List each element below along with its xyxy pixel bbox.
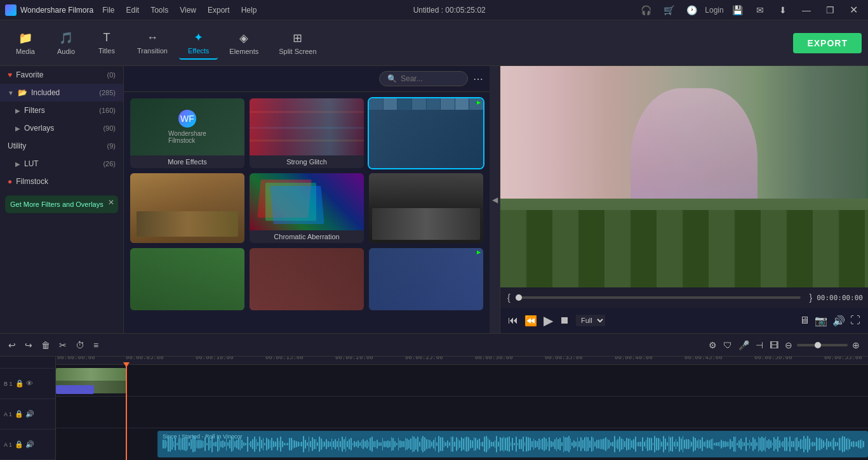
split-icon[interactable]: ⊣: [754, 338, 765, 352]
effect-thumb-row3a: [130, 248, 244, 305]
waveform-bar: [862, 440, 863, 449]
favorite-label: Favorite: [16, 70, 43, 79]
effect-70s[interactable]: 70s: [130, 173, 244, 243]
waveform-bar: [684, 440, 685, 449]
lock-icon-a2[interactable]: 🔒: [15, 440, 23, 449]
headphone-icon[interactable]: 🎧: [637, 3, 655, 18]
delete-icon[interactable]: 🗑: [39, 338, 52, 352]
waveform-bar: [363, 439, 364, 449]
volume-icon-a1[interactable]: 🔊: [25, 410, 34, 418]
audio-clip[interactable]: Since I Started - Roll In Vinocor: [157, 431, 868, 457]
video-effect-clip[interactable]: [56, 385, 94, 394]
preview-panel: { } 00:00:00:00 ⏮ ⏪ ▶ ⏹ Full 🖥 📷 🔊 ⛶: [500, 66, 868, 333]
zoom-in-icon[interactable]: ⊕: [850, 338, 862, 352]
save-icon[interactable]: 💾: [728, 3, 746, 18]
ad-close-button[interactable]: ✕: [108, 198, 114, 207]
sidebar-favorite[interactable]: ♥ Favorite (0): [0, 66, 123, 84]
settings-icon[interactable]: ≡: [91, 338, 100, 352]
monitor-icon[interactable]: 🖥: [799, 315, 810, 327]
effect-willow[interactable]: Willow: [369, 173, 483, 243]
redo-icon[interactable]: ↪: [23, 338, 34, 352]
minimize-button[interactable]: —: [797, 4, 816, 16]
effect-mosaic[interactable]: ▶ Mosaic: [369, 98, 483, 168]
sidebar-filmstock[interactable]: ● Filmstock: [0, 173, 123, 190]
menu-tools[interactable]: Tools: [145, 4, 173, 16]
cart-icon[interactable]: 🛒: [660, 3, 678, 18]
sidebar-overlays[interactable]: ▶ Overlays (90): [0, 119, 123, 137]
waveform-bar: [516, 437, 517, 451]
menu-edit[interactable]: Edit: [121, 4, 145, 16]
waveform-bar: [735, 437, 737, 452]
effect-row3b[interactable]: [250, 248, 364, 310]
frame-back-icon[interactable]: ⏪: [524, 315, 537, 327]
waveform-bar: [498, 442, 499, 447]
volume-icon[interactable]: 🔊: [832, 315, 845, 327]
effect-more-effects[interactable]: WF WondershareFilmstock More Effects: [130, 98, 244, 168]
toolbar-titles[interactable]: T Titles: [88, 27, 126, 58]
effect-chromatic-aberration[interactable]: Chromatic Aberration: [250, 173, 364, 243]
waveform-bar: [646, 440, 647, 448]
sidebar-filters[interactable]: ▶ Filters (160): [0, 102, 123, 119]
waveform-bar: [670, 437, 671, 451]
step-back-icon[interactable]: ⏮: [508, 315, 518, 326]
search-input[interactable]: [401, 74, 464, 83]
eye-icon-v1[interactable]: 👁: [26, 379, 33, 388]
stop-button[interactable]: ⏹: [559, 315, 570, 326]
play-button[interactable]: ▶: [544, 313, 553, 328]
toolbar-transition[interactable]: ↔ Transition: [128, 27, 177, 58]
grid-view-button[interactable]: ⋯: [473, 73, 483, 85]
maximize-button[interactable]: ❐: [821, 4, 839, 16]
close-button[interactable]: ✕: [845, 3, 863, 17]
sidebar-included[interactable]: ▼ 📂 Included (285): [0, 84, 123, 102]
effect-strong-glitch[interactable]: Strong Glitch: [250, 98, 364, 168]
waveform-bar: [257, 442, 258, 446]
toolbar-effects[interactable]: ✦ Effects: [179, 27, 218, 60]
panel-collapse-button[interactable]: ◀: [490, 66, 500, 333]
shield-icon[interactable]: 🛡: [721, 338, 734, 352]
waveform-bar: [677, 442, 678, 446]
overlays-label: Overlays: [24, 124, 54, 133]
cut-icon[interactable]: ✂: [57, 338, 69, 352]
waveform-bar: [676, 439, 677, 450]
menu-file[interactable]: File: [97, 4, 119, 16]
effect-row3a[interactable]: [130, 248, 244, 310]
toolbar-audio[interactable]: 🎵 Audio: [47, 27, 85, 59]
menu-view[interactable]: View: [175, 4, 201, 16]
effect-row3c[interactable]: ▶: [369, 248, 483, 310]
toolbar-media[interactable]: 📁 Media: [6, 27, 44, 59]
menu-export[interactable]: Export: [203, 4, 235, 16]
waveform-bar: [566, 437, 568, 452]
playhead[interactable]: [126, 365, 127, 460]
film-icon[interactable]: 🎞: [768, 338, 780, 352]
lock-icon-a1[interactable]: 🔒: [15, 410, 23, 418]
undo-icon[interactable]: ↩: [6, 338, 18, 352]
lock-icon-v1[interactable]: 🔒: [15, 379, 24, 388]
clock-icon[interactable]: 🕐: [683, 3, 700, 18]
sidebar-utility[interactable]: Utility (9): [0, 137, 123, 155]
waveform-bar: [608, 440, 610, 449]
waveform-bar: [596, 440, 598, 448]
sidebar-lut[interactable]: ▶ LUT (26): [0, 155, 123, 173]
download-icon[interactable]: ⬇: [774, 3, 792, 18]
zoom-out-icon[interactable]: ⊖: [783, 338, 794, 352]
preview-progress-bar[interactable]: [519, 296, 801, 299]
mail-icon[interactable]: ✉: [751, 3, 769, 18]
zoom-slider[interactable]: [797, 344, 848, 346]
screenshot-icon[interactable]: 📷: [815, 315, 827, 327]
volume-icon-a2[interactable]: 🔊: [25, 440, 34, 449]
bracket-right-icon[interactable]: }: [807, 291, 814, 305]
bracket-left-icon[interactable]: {: [505, 291, 512, 305]
settings2-icon[interactable]: ⚙: [707, 338, 719, 352]
window-title: Untitled : 00:05:25:02: [413, 6, 486, 15]
toolbar-split-screen[interactable]: ⊞ Split Screen: [270, 27, 325, 59]
quality-selector[interactable]: Full: [576, 315, 605, 326]
waveform-bar: [784, 437, 785, 451]
login-button[interactable]: Login: [705, 3, 723, 18]
fullscreen-icon[interactable]: ⛶: [850, 315, 860, 327]
timer-icon[interactable]: ⏱: [74, 338, 86, 352]
waveform-bar: [394, 441, 396, 447]
export-button[interactable]: EXPORT: [793, 33, 862, 53]
mic-icon[interactable]: 🎤: [737, 338, 751, 352]
toolbar-elements[interactable]: ◈ Elements: [220, 27, 267, 59]
menu-help[interactable]: Help: [236, 4, 262, 16]
